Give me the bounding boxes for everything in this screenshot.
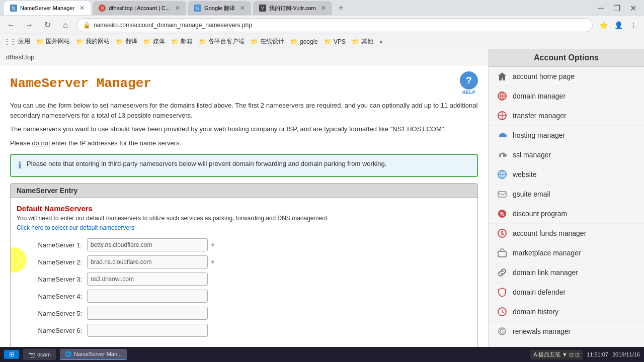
browser-icon: 🌐 <box>65 351 72 357</box>
sidebar-label-account-funds-manager: account funds manager <box>513 229 586 237</box>
ns-entry-header: NameServer Entry <box>11 184 477 198</box>
ns-entry-body: Default NameServers You will need to ent… <box>11 198 477 347</box>
nameserver-fields: NameServer 1: ✦ NameServer 2: ✦ NameServ… <box>17 238 471 337</box>
sidebar-item-ssl-manager[interactable]: ssl manager <box>489 145 644 165</box>
nameserver-1-input[interactable] <box>87 238 208 251</box>
bookmark-translate[interactable]: 📁翻译 <box>116 37 137 46</box>
taskbar-item-ocam[interactable]: 📷 ocam <box>23 349 56 360</box>
ns-row-4: NameServer 4: <box>17 290 471 303</box>
bookmark-google[interactable]: 📁google <box>290 38 318 45</box>
page-content: dfhssf.top NameServer Manager ? HELP You… <box>0 49 644 347</box>
warning-box: ℹ Please note that entering in third-par… <box>10 154 478 177</box>
sidebar-item-account-funds-manager[interactable]: $ account funds manager <box>489 224 644 243</box>
bookmark-overflow[interactable]: » <box>379 38 383 45</box>
taskbar-item-nameserver[interactable]: 🌐 NameServer Man... <box>60 349 127 360</box>
sidebar-title: Account Options <box>489 49 644 67</box>
svg-rect-7 <box>501 154 503 157</box>
sidebar-item-hosting-manager[interactable]: hosting manager <box>489 126 644 145</box>
tab-vultr[interactable]: V 我的订阅-Vultr.com ✕ <box>253 1 332 15</box>
do-not-text: do not <box>32 139 50 147</box>
sidebar-label-domain-defender: domain defender <box>513 288 566 296</box>
sidebar-label-account-home-page: account home page <box>513 72 575 80</box>
svg-rect-12 <box>498 192 506 197</box>
info-icon: ℹ <box>18 160 22 171</box>
refresh-button[interactable]: ↻ <box>40 18 54 32</box>
browser-chrome: N NameServer Manager ✕ D dfhssf.top | Ac… <box>0 0 644 49</box>
bookmark-foreign-sites[interactable]: 📁国外网站 <box>36 37 70 46</box>
sidebar-label-domain-manager: domain manager <box>513 92 566 100</box>
sidebar-item-gsuite-email[interactable]: gsuite email <box>489 185 644 204</box>
bookmark-email[interactable]: 📁邮箱 <box>171 37 193 46</box>
back-button[interactable]: ← <box>4 18 18 32</box>
address-box[interactable]: 🔒 namesilo.com/account_domain_manage_nam… <box>76 18 593 32</box>
taskbar-time: 11:51:07 <box>587 351 608 357</box>
sidebar-label-website: website <box>513 170 536 178</box>
ocam-icon: 📷 <box>28 351 35 358</box>
tab-nameserver-manager[interactable]: N NameServer Manager ✕ <box>4 1 91 15</box>
sidebar-item-account-home-page[interactable]: account home page <box>489 67 644 86</box>
sidebar-label-ssl-manager: ssl manager <box>513 151 551 159</box>
sidebar-label-renewals-manager: renewals manager <box>513 327 571 335</box>
tab-dfhssf[interactable]: D dfhssf.top | Account | C... ✕ <box>93 1 186 15</box>
svg-text:%: % <box>500 211 505 217</box>
sidebar-item-website[interactable]: website <box>489 165 644 185</box>
bookmark-vps[interactable]: 📁VPS <box>324 38 346 45</box>
svg-text:$: $ <box>501 230 504 236</box>
sidebar-label-transfer-manager: transfer manager <box>513 112 567 120</box>
address-bar-row: ← → ↻ ⌂ 🔒 namesilo.com/account_domain_ma… <box>0 16 644 34</box>
description-1: You can use the form below to set namese… <box>10 101 478 120</box>
sidebar-item-domain-manager[interactable]: domain manager <box>489 86 644 106</box>
bookmark-my-site[interactable]: 📁我的网站 <box>76 37 110 46</box>
help-button[interactable]: ? HELP <box>460 71 478 96</box>
sidebar-item-renewals-manager[interactable]: renewals manager <box>489 322 644 341</box>
ns-entry-box: NameServer Entry Default NameServers You… <box>10 183 478 347</box>
nameserver-3-input[interactable] <box>87 273 208 286</box>
sidebar-item-marketplace-manager[interactable]: marketplace manager <box>489 243 644 263</box>
page-title-row: NameServer Manager ? HELP <box>10 71 478 96</box>
close-button[interactable]: ✕ <box>626 1 640 15</box>
address-text: namesilo.com/account_domain_manage_names… <box>94 22 586 29</box>
default-ns-link[interactable]: Click here to select our default nameser… <box>17 224 134 231</box>
sidebar: Account Options account home page domain… <box>488 49 644 347</box>
title-bar: N NameServer Manager ✕ D dfhssf.top | Ac… <box>0 0 644 16</box>
nameserver-2-input[interactable] <box>87 255 208 268</box>
sidebar-item-transfer-manager[interactable]: transfer manager <box>489 106 644 126</box>
sidebar-label-discount-program: discount program <box>513 210 567 218</box>
extensions-icon[interactable]: ⭐ <box>597 19 610 32</box>
nameserver-5-input[interactable] <box>87 307 208 320</box>
sidebar-item-reseller-manager[interactable]: reseller manager <box>489 341 644 347</box>
sidebar-item-discount-program[interactable]: % discount program <box>489 204 644 224</box>
taskbar-right: A 极品五笔 ▼ ⊡ ⊡ 11:51:07 2019/11/16 <box>530 350 640 359</box>
tab-google-translate[interactable]: G Google 翻译 ✕ <box>188 1 251 15</box>
minimize-button[interactable]: ─ <box>594 1 608 15</box>
sidebar-label-domain-link-manager: domain link manager <box>513 268 578 277</box>
home-button[interactable]: ⌂ <box>58 18 72 32</box>
main-area: dfhssf.top NameServer Manager ? HELP You… <box>0 49 488 347</box>
bookmark-platforms[interactable]: 📁各平台客户端 <box>199 37 245 46</box>
bookmarks-bar: ⋮⋮应用 📁国外网站 📁我的网站 📁翻译 📁媒体 📁邮箱 📁各平台客户端 📁在线… <box>0 34 644 49</box>
sidebar-label-domain-history: domain history <box>513 308 558 316</box>
bookmark-online-design[interactable]: 📁在线设计 <box>251 37 284 46</box>
bookmark-media[interactable]: 📁媒体 <box>143 37 165 46</box>
description-3: Please do not enter the IP addresses for… <box>10 138 478 148</box>
svg-point-19 <box>499 328 506 335</box>
new-tab-button[interactable]: + <box>334 1 348 15</box>
settings-icon[interactable]: ⋮ <box>627 19 640 32</box>
sidebar-item-domain-defender[interactable]: domain defender <box>489 283 644 302</box>
nameserver-4-input[interactable] <box>87 290 208 303</box>
svg-rect-17 <box>498 251 506 257</box>
profile-icon[interactable]: 👤 <box>612 19 625 32</box>
restore-button[interactable]: ❐ <box>610 1 624 15</box>
description-2: The nameservers you want to use should h… <box>10 124 478 134</box>
nameserver-6-input[interactable] <box>87 324 208 337</box>
sidebar-item-domain-history[interactable]: domain history <box>489 302 644 322</box>
bookmark-other[interactable]: 📁其他 <box>352 37 373 46</box>
sidebar-item-domain-link-manager[interactable]: domain link manager <box>489 263 644 283</box>
default-ns-title: Default NameServers <box>17 204 471 213</box>
start-button[interactable]: ⊞ <box>4 350 19 359</box>
default-ns-desc: You will need to enter our default names… <box>17 215 471 222</box>
forward-button[interactable]: → <box>22 18 36 32</box>
ns-row-1: NameServer 1: ✦ <box>17 238 471 251</box>
taskbar: ⊞ 📷 ocam 🌐 NameServer Man... A 极品五笔 ▼ ⊡ … <box>0 347 644 362</box>
bookmark-apps[interactable]: ⋮⋮应用 <box>4 37 30 46</box>
